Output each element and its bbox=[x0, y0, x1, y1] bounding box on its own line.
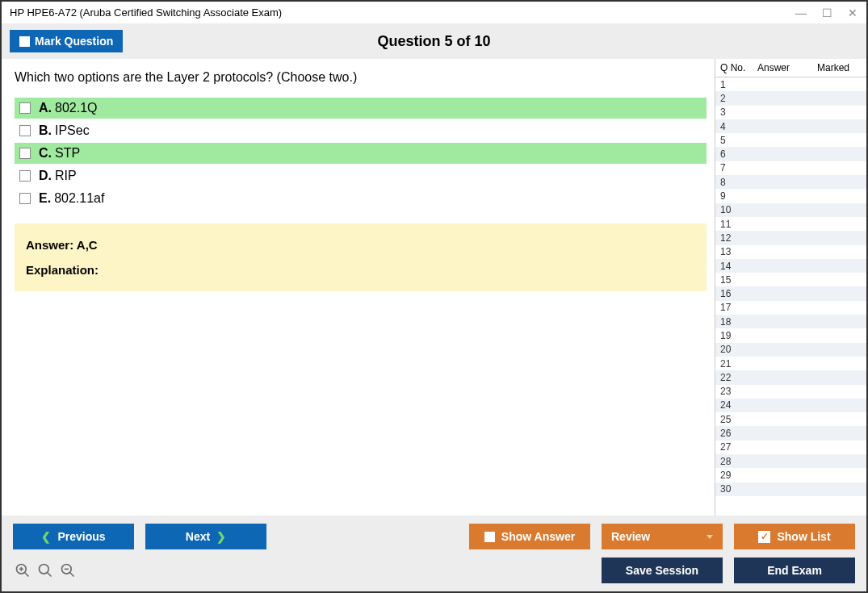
question-row[interactable]: 21 bbox=[715, 357, 866, 370]
question-row[interactable]: 5 bbox=[715, 133, 866, 147]
question-row[interactable]: 26 bbox=[715, 426, 866, 440]
question-number: 29 bbox=[720, 470, 757, 481]
question-row[interactable]: 18 bbox=[715, 315, 866, 328]
question-number: 4 bbox=[720, 121, 757, 132]
close-icon[interactable]: ✕ bbox=[847, 7, 858, 19]
question-number: 6 bbox=[720, 148, 757, 160]
save-session-button[interactable]: Save Session bbox=[602, 558, 723, 583]
question-row[interactable]: 20 bbox=[715, 343, 866, 357]
question-row[interactable]: 25 bbox=[715, 412, 866, 426]
question-number: 9 bbox=[720, 190, 757, 202]
show-answer-button[interactable]: Show Answer bbox=[469, 524, 590, 549]
question-number: 21 bbox=[720, 358, 757, 370]
question-row[interactable]: 29 bbox=[715, 468, 866, 482]
next-label: Next bbox=[186, 530, 210, 543]
question-pane: Which two options are the Layer 2 protoc… bbox=[2, 59, 715, 516]
question-number: 5 bbox=[720, 135, 757, 146]
previous-button[interactable]: ❮ Previous bbox=[13, 524, 134, 549]
option-row[interactable]: A. 802.1Q bbox=[15, 98, 707, 119]
question-row[interactable]: 19 bbox=[715, 328, 866, 342]
save-session-label: Save Session bbox=[626, 564, 698, 577]
option-row[interactable]: D. RIP bbox=[15, 165, 707, 186]
question-row[interactable]: 2 bbox=[715, 91, 866, 105]
show-list-label: Show List bbox=[777, 530, 830, 543]
option-letter: A. bbox=[39, 101, 52, 115]
review-button[interactable]: Review bbox=[602, 524, 723, 549]
next-button[interactable]: Next ❯ bbox=[145, 524, 266, 549]
question-number: 7 bbox=[720, 162, 757, 173]
question-row[interactable]: 28 bbox=[715, 454, 866, 468]
question-number: 15 bbox=[720, 274, 757, 286]
question-number: 16 bbox=[720, 288, 757, 299]
question-row[interactable]: 24 bbox=[715, 399, 866, 412]
question-row[interactable]: 30 bbox=[715, 482, 866, 496]
show-list-button[interactable]: ✓ Show List bbox=[734, 524, 855, 549]
question-text: Which two options are the Layer 2 protoc… bbox=[15, 70, 707, 85]
question-row[interactable]: 16 bbox=[715, 286, 866, 300]
answer-box: Answer: A,C Explanation: bbox=[15, 223, 707, 291]
question-row[interactable]: 15 bbox=[715, 273, 866, 286]
question-row[interactable]: 6 bbox=[715, 147, 866, 161]
question-number: 24 bbox=[720, 399, 757, 411]
question-row[interactable]: 22 bbox=[715, 370, 866, 384]
question-row[interactable]: 11 bbox=[715, 217, 866, 231]
mark-question-button[interactable]: Mark Question bbox=[10, 30, 123, 52]
checkbox-icon bbox=[484, 532, 495, 542]
question-row[interactable]: 3 bbox=[715, 106, 866, 119]
option-checkbox[interactable] bbox=[19, 102, 31, 114]
question-row[interactable]: 12 bbox=[715, 231, 866, 244]
question-list-sidebar: Q No. Answer Marked 12345678910111213141… bbox=[715, 59, 866, 516]
question-row[interactable]: 1 bbox=[715, 77, 866, 91]
end-exam-button[interactable]: End Exam bbox=[734, 558, 855, 583]
toolbar: Mark Question Question 5 of 10 bbox=[2, 23, 866, 59]
option-row[interactable]: C. STP bbox=[15, 143, 707, 164]
option-letter: E. bbox=[39, 191, 51, 206]
option-letter: B. bbox=[39, 123, 52, 138]
question-row[interactable]: 7 bbox=[715, 161, 866, 175]
option-letter: C. bbox=[39, 146, 52, 161]
zoom-out-icon[interactable] bbox=[60, 562, 76, 578]
question-row[interactable]: 27 bbox=[715, 441, 866, 454]
caret-down-icon bbox=[707, 535, 713, 539]
question-number: 27 bbox=[720, 441, 757, 453]
option-text: IPSec bbox=[55, 123, 90, 138]
option-letter: D. bbox=[39, 169, 52, 183]
question-list[interactable]: 1234567891011121314151617181920212223242… bbox=[715, 77, 866, 516]
question-row[interactable]: 17 bbox=[715, 301, 866, 315]
question-row[interactable]: 10 bbox=[715, 203, 866, 217]
question-number: 13 bbox=[720, 246, 757, 257]
question-row[interactable]: 9 bbox=[715, 189, 866, 203]
bottom-bar: ❮ Previous Next ❯ Show Answer Review ✓ S… bbox=[2, 516, 866, 591]
zoom-reset-icon[interactable] bbox=[15, 562, 31, 578]
question-row[interactable]: 4 bbox=[715, 119, 866, 133]
header-marked: Marked bbox=[817, 62, 862, 73]
zoom-in-icon[interactable] bbox=[37, 562, 53, 578]
question-number: 8 bbox=[720, 177, 757, 188]
options-list: A. 802.1QB. IPSecC. STPD. RIPE. 802.11af bbox=[15, 98, 707, 209]
question-row[interactable]: 23 bbox=[715, 385, 866, 399]
minimize-icon[interactable]: — bbox=[795, 7, 807, 19]
header-answer: Answer bbox=[757, 62, 817, 73]
question-number: 2 bbox=[720, 93, 757, 104]
option-row[interactable]: E. 802.11af bbox=[15, 188, 707, 209]
option-checkbox[interactable] bbox=[19, 125, 31, 136]
question-number: 23 bbox=[720, 386, 757, 397]
chevron-right-icon: ❯ bbox=[216, 530, 226, 543]
question-number: 30 bbox=[720, 483, 757, 495]
option-text: 802.1Q bbox=[55, 101, 97, 115]
question-row[interactable]: 8 bbox=[715, 175, 866, 189]
option-checkbox[interactable] bbox=[19, 193, 31, 204]
option-text: 802.11af bbox=[54, 191, 104, 206]
question-row[interactable]: 14 bbox=[715, 259, 866, 273]
option-text: RIP bbox=[55, 169, 77, 183]
checkbox-checked-icon: ✓ bbox=[758, 531, 770, 543]
question-number: 3 bbox=[720, 106, 757, 118]
maximize-icon[interactable]: ☐ bbox=[821, 7, 832, 19]
option-checkbox[interactable] bbox=[19, 170, 31, 182]
sidebar-header: Q No. Answer Marked bbox=[715, 59, 866, 77]
question-number: 14 bbox=[720, 261, 757, 272]
option-row[interactable]: B. IPSec bbox=[15, 120, 707, 141]
question-number: 28 bbox=[720, 456, 757, 467]
question-row[interactable]: 13 bbox=[715, 245, 866, 259]
option-checkbox[interactable] bbox=[19, 148, 31, 159]
